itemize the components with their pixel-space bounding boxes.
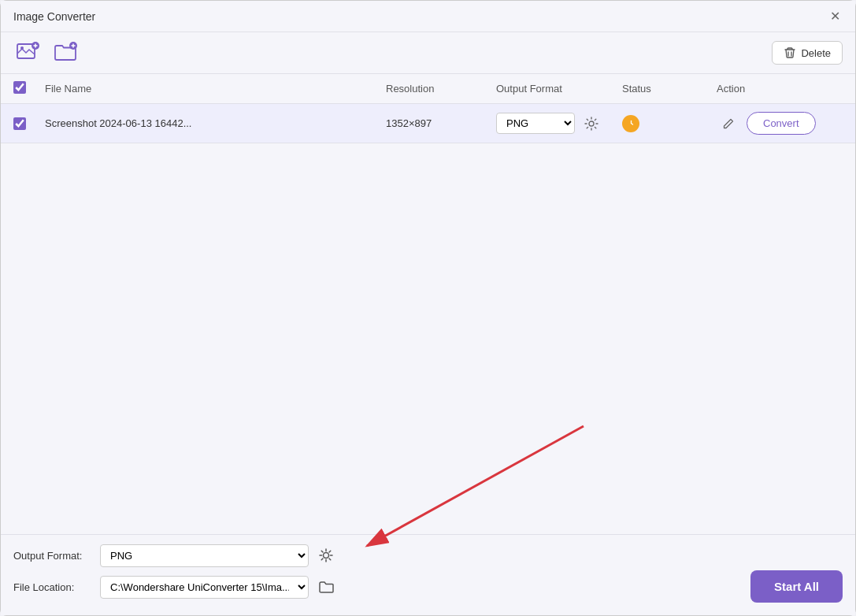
bottom-format-select[interactable]: PNG JPG JPEG BMP GIF TIFF WEBP bbox=[100, 544, 309, 567]
svg-point-1 bbox=[20, 46, 24, 50]
start-all-button[interactable]: Start All bbox=[750, 570, 843, 603]
col-header-status: Status bbox=[622, 83, 717, 95]
file-location-row: File Location: C:\Wondershare UniConvert… bbox=[13, 574, 843, 599]
svg-point-8 bbox=[589, 121, 594, 126]
title-bar: Image Converter ✕ bbox=[1, 1, 855, 32]
row-output-format: PNG JPG JPEG BMP GIF TIFF WEBP bbox=[496, 112, 622, 135]
bottom-settings-icon bbox=[318, 547, 334, 563]
bottom-bar: Output Format: PNG JPG JPEG BMP GIF TIFF… bbox=[1, 534, 855, 615]
delete-icon bbox=[784, 46, 796, 59]
add-image-icon bbox=[15, 40, 40, 65]
select-all-checkbox[interactable] bbox=[13, 81, 26, 94]
table-row: Screenshot 2024-06-13 16442... 1352×897 … bbox=[1, 104, 855, 143]
add-image-button[interactable] bbox=[13, 39, 42, 67]
toolbar: Delete bbox=[1, 32, 855, 74]
row-settings-icon bbox=[584, 117, 598, 131]
col-header-file-name: File Name bbox=[45, 83, 386, 95]
browse-folder-button[interactable] bbox=[313, 574, 339, 599]
col-header-action: Action bbox=[717, 83, 843, 95]
row-status bbox=[622, 115, 717, 132]
toolbar-left bbox=[13, 39, 80, 67]
row-resolution: 1352×897 bbox=[386, 117, 496, 129]
svg-point-14 bbox=[324, 553, 329, 558]
checkbox-header bbox=[13, 81, 45, 97]
status-pending-icon bbox=[622, 115, 639, 132]
add-folder-icon bbox=[53, 40, 78, 65]
row-action: Convert bbox=[717, 112, 843, 135]
table-body: Screenshot 2024-06-13 16442... 1352×897 … bbox=[1, 104, 855, 534]
delete-button[interactable]: Delete bbox=[772, 41, 843, 65]
row-format-select[interactable]: PNG JPG JPEG BMP GIF TIFF WEBP bbox=[496, 113, 575, 134]
output-format-label: Output Format: bbox=[13, 550, 100, 562]
title-bar-left: Image Converter bbox=[13, 10, 95, 23]
file-location-select[interactable]: C:\Wondershare UniConverter 15\Ima... bbox=[100, 576, 309, 599]
row-convert-button[interactable]: Convert bbox=[747, 112, 816, 135]
edit-icon bbox=[722, 117, 735, 130]
folder-icon bbox=[318, 579, 334, 595]
col-header-output-format: Output Format bbox=[496, 83, 622, 95]
row-checkbox-cell bbox=[13, 117, 45, 130]
row-file-name: Screenshot 2024-06-13 16442... bbox=[45, 117, 386, 129]
table-header: File Name Resolution Output Format Statu… bbox=[1, 74, 855, 104]
col-header-resolution: Resolution bbox=[386, 83, 496, 95]
bottom-settings-button[interactable] bbox=[313, 543, 339, 568]
row-settings-button[interactable] bbox=[580, 112, 603, 135]
row-edit-button[interactable] bbox=[717, 112, 740, 135]
main-window: Image Converter ✕ bbox=[0, 0, 856, 616]
add-folder-button[interactable] bbox=[51, 39, 80, 67]
row-checkbox[interactable] bbox=[13, 117, 26, 130]
file-location-label: File Location: bbox=[13, 581, 100, 593]
app-title: Image Converter bbox=[13, 10, 95, 23]
output-format-row: Output Format: PNG JPG JPEG BMP GIF TIFF… bbox=[13, 543, 843, 568]
close-button[interactable]: ✕ bbox=[827, 9, 843, 24]
delete-label: Delete bbox=[801, 47, 831, 59]
